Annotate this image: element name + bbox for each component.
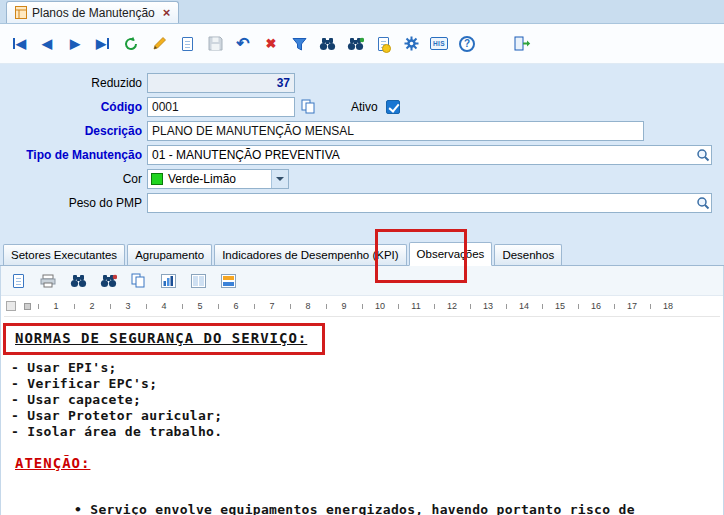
report-button[interactable] bbox=[374, 34, 392, 54]
document-tab[interactable]: Planos de Manutenção × bbox=[6, 1, 179, 23]
notes-content[interactable]: NORMAS DE SEGURANÇA DO SERVIÇO: - Usar E… bbox=[1, 317, 723, 515]
reduzido-value: 37 bbox=[277, 76, 290, 90]
chart-bars-icon bbox=[161, 274, 176, 288]
editor-find-next-button[interactable] bbox=[99, 271, 117, 291]
end-bar-icon bbox=[107, 38, 109, 49]
ruler-number: 17 bbox=[614, 296, 650, 316]
tab-indicadores-kpi[interactable]: Indicadores de Desempenho (KPI) bbox=[214, 244, 406, 265]
lookup-magnifier-icon[interactable] bbox=[696, 148, 710, 162]
refresh-button[interactable] bbox=[122, 34, 140, 54]
binoculars-next-icon bbox=[100, 274, 117, 288]
ruler-number: 15 bbox=[542, 296, 578, 316]
history-his-icon: HIS bbox=[430, 37, 448, 50]
tab-agrupamento[interactable]: Agrupamento bbox=[127, 244, 212, 265]
nav-next-button[interactable] bbox=[66, 34, 84, 54]
document-tab-title: Planos de Manutenção bbox=[32, 6, 155, 20]
delete-x-icon bbox=[266, 37, 277, 50]
peso-field[interactable] bbox=[147, 193, 712, 213]
tipo-field[interactable]: 01 - MANUTENÇÃO PREVENTIVA bbox=[147, 145, 712, 165]
ativo-checkbox[interactable] bbox=[386, 100, 400, 114]
refresh-icon bbox=[123, 36, 139, 52]
tab-observacoes[interactable]: Observações bbox=[409, 242, 493, 266]
note-line: - Usar EPI's; bbox=[9, 360, 717, 376]
descricao-input[interactable] bbox=[147, 121, 644, 141]
cor-value: Verde-Limão bbox=[168, 172, 236, 186]
nav-prior-button[interactable] bbox=[38, 34, 56, 54]
search-button[interactable] bbox=[318, 34, 336, 54]
ruler-number: 18 bbox=[650, 296, 686, 316]
tab-setores-executantes[interactable]: Setores Executantes bbox=[3, 244, 125, 265]
ruler-number: 13 bbox=[470, 296, 506, 316]
reduzido-label: Reduzido bbox=[0, 76, 142, 90]
ruler-number: 7 bbox=[254, 296, 290, 316]
attention-heading: ATENÇÃO: bbox=[15, 454, 90, 472]
peso-label: Peso do PMP bbox=[0, 196, 142, 210]
indent-marker[interactable] bbox=[24, 303, 31, 310]
tab-desenhos[interactable]: Desenhos bbox=[494, 244, 562, 265]
save-button[interactable] bbox=[206, 34, 224, 54]
ruler-number: 12 bbox=[434, 296, 470, 316]
editor-preview-button[interactable] bbox=[219, 271, 237, 291]
ruler-number: 6 bbox=[218, 296, 254, 316]
editor-copy-button[interactable] bbox=[129, 271, 147, 291]
editor-new-button[interactable] bbox=[9, 271, 27, 291]
ruler-scale: 123456789101112131415161718 bbox=[38, 296, 686, 316]
editor-chart-button[interactable] bbox=[159, 271, 177, 291]
codigo-input[interactable] bbox=[147, 97, 295, 117]
ruler-number: 1 bbox=[38, 296, 74, 316]
copy-pages-icon bbox=[301, 99, 315, 114]
nav-first-button[interactable] bbox=[10, 34, 28, 54]
last-record-icon bbox=[96, 37, 106, 50]
columns-icon bbox=[191, 274, 206, 288]
gear-icon bbox=[404, 36, 419, 51]
attention-line-1: • Serviço envolve equipamentos energizad… bbox=[9, 484, 717, 515]
note-line: - Usar Protetor auricular; bbox=[9, 408, 717, 424]
tipo-row: Tipo de Manutenção 01 - MANUTENÇÃO PREVE… bbox=[0, 144, 712, 165]
settings-button[interactable] bbox=[402, 34, 420, 54]
notes-heading-row: NORMAS DE SEGURANÇA DO SERVIÇO: bbox=[9, 329, 717, 347]
delete-button[interactable] bbox=[262, 34, 280, 54]
nav-last-button[interactable] bbox=[94, 34, 112, 54]
color-swatch bbox=[151, 173, 163, 185]
next-record-icon bbox=[70, 37, 80, 50]
ruler-number: 16 bbox=[578, 296, 614, 316]
question-mark-icon: ? bbox=[459, 36, 475, 52]
tab-stop-selector[interactable] bbox=[6, 301, 16, 311]
undo-button[interactable] bbox=[234, 34, 252, 54]
filter-button[interactable] bbox=[290, 34, 308, 54]
ruler-number: 3 bbox=[110, 296, 146, 316]
edit-button[interactable] bbox=[150, 34, 168, 54]
main-toolbar: HIS ? bbox=[0, 24, 724, 64]
chevron-down-icon[interactable] bbox=[271, 170, 288, 188]
ruler-number: 2 bbox=[74, 296, 110, 316]
tipo-value: 01 - MANUTENÇÃO PREVENTIVA bbox=[152, 148, 340, 162]
notes-heading: NORMAS DE SEGURANÇA DO SERVIÇO: bbox=[15, 329, 307, 347]
editor-print-button[interactable] bbox=[39, 271, 57, 291]
ruler-number: 8 bbox=[290, 296, 326, 316]
binoculars-plus-icon bbox=[347, 37, 364, 51]
ruler-number: 10 bbox=[362, 296, 398, 316]
note-line: - Verificar EPC's; bbox=[9, 376, 717, 392]
codigo-row: Código Ativo bbox=[0, 96, 400, 117]
editor-columns-button[interactable] bbox=[189, 271, 207, 291]
editor-find-button[interactable] bbox=[69, 271, 87, 291]
help-button[interactable]: ? bbox=[458, 34, 476, 54]
observacoes-panel: 123456789101112131415161718 NORMAS DE SE… bbox=[0, 266, 724, 515]
binoculars-icon bbox=[319, 37, 336, 51]
binoculars-icon bbox=[70, 274, 87, 288]
descricao-label: Descrição bbox=[0, 124, 142, 138]
close-tab-icon[interactable]: × bbox=[163, 5, 171, 20]
undo-arrow-icon bbox=[236, 36, 249, 52]
tipo-label: Tipo de Manutenção bbox=[0, 148, 142, 162]
copy-button[interactable] bbox=[301, 99, 315, 114]
ativo-label: Ativo bbox=[351, 100, 378, 114]
lookup-magnifier-icon[interactable] bbox=[696, 196, 710, 210]
exit-button[interactable] bbox=[514, 34, 532, 54]
descricao-row: Descrição bbox=[0, 120, 644, 141]
preview-page-icon bbox=[221, 274, 236, 288]
search-next-button[interactable] bbox=[346, 34, 364, 54]
cor-dropdown[interactable]: Verde-Limão bbox=[147, 169, 289, 189]
pencil-icon bbox=[152, 36, 167, 51]
history-button[interactable]: HIS bbox=[430, 34, 448, 54]
new-record-button[interactable] bbox=[178, 34, 196, 54]
